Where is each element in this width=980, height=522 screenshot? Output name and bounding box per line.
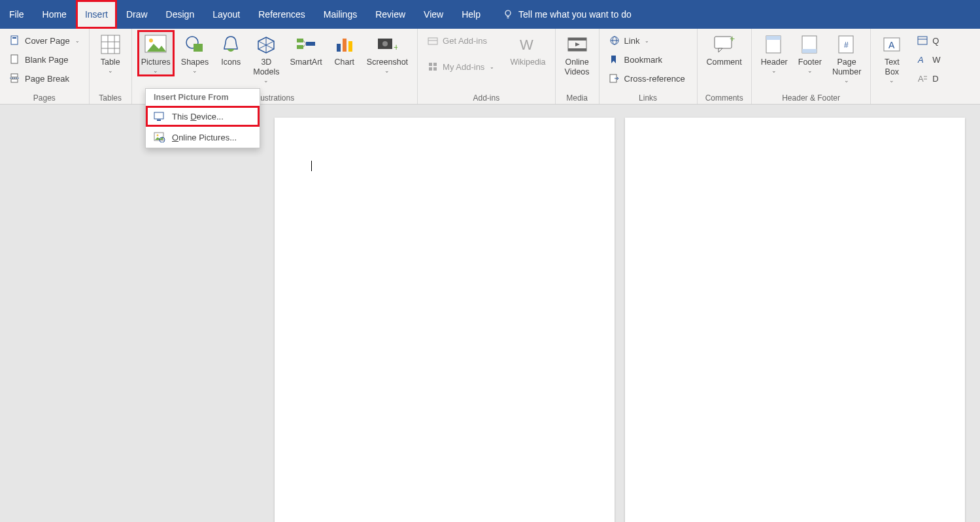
comment-label: Comment	[707, 57, 742, 67]
chevron-down-icon: ⌄	[889, 77, 894, 84]
comment-icon: +	[713, 33, 736, 56]
svg-rect-5	[11, 79, 18, 82]
quick-parts-button[interactable]: Q	[914, 33, 943, 48]
chart-label: Chart	[335, 57, 355, 67]
group-text-label	[877, 101, 943, 103]
table-label: Table	[101, 57, 120, 67]
icons-button[interactable]: Icons	[216, 31, 245, 69]
shapes-button[interactable]: Shapes⌄	[178, 31, 211, 75]
my-addins-button[interactable]: My Add-ins⌄	[424, 59, 497, 74]
online-pictures-icon	[154, 131, 165, 143]
online-videos-button[interactable]: Online Videos	[562, 31, 592, 78]
icons-icon	[219, 33, 243, 56]
tab-layout[interactable]: Layout	[203, 0, 249, 29]
table-icon	[99, 33, 122, 56]
cover-page-button[interactable]: Cover Page⌄	[7, 33, 82, 48]
svg-rect-66	[157, 120, 161, 121]
smartart-button[interactable]: SmartArt	[288, 31, 325, 69]
video-icon	[566, 33, 589, 56]
my-addins-label: My Add-ins	[443, 62, 484, 72]
smartart-label: SmartArt	[290, 57, 322, 67]
svg-rect-40	[568, 38, 586, 41]
svg-point-0	[505, 10, 511, 16]
page-number-button[interactable]: # Page Number⌄	[830, 31, 864, 85]
pictures-button[interactable]: Pictures⌄	[139, 31, 173, 75]
tell-me-label: Tell me what you want to do	[518, 9, 632, 20]
online-pictures-label: Online Pictures...	[172, 133, 237, 142]
blank-page-button[interactable]: Blank Page	[7, 52, 82, 67]
tab-review[interactable]: Review	[366, 0, 414, 29]
text-box-button[interactable]: A Text Box⌄	[877, 31, 906, 85]
this-device-item[interactable]: This Device...	[146, 106, 260, 127]
group-header-footer: Header⌄ Footer⌄ # Page Number⌄ Header & …	[752, 29, 871, 104]
tab-file[interactable]: File	[0, 0, 33, 29]
svg-rect-28	[348, 41, 352, 52]
online-pictures-item[interactable]: Online Pictures...	[146, 127, 260, 148]
page-break-button[interactable]: Page Break	[7, 71, 82, 86]
get-addins-button[interactable]: Get Add-ins	[424, 33, 497, 48]
table-button[interactable]: Table⌄	[96, 31, 125, 75]
group-text: A Text Box⌄ Q AW AD	[871, 29, 949, 104]
svg-marker-42	[575, 42, 580, 46]
cover-page-label: Cover Page	[25, 36, 70, 46]
icons-label: Icons	[221, 57, 241, 67]
device-icon	[154, 110, 165, 122]
bookmark-button[interactable]: Bookmark	[606, 52, 690, 67]
shapes-label: Shapes	[181, 57, 209, 67]
addins-icon	[427, 61, 439, 73]
drop-cap-button[interactable]: AD	[914, 71, 943, 86]
svg-text:+: +	[394, 42, 397, 52]
cross-reference-button[interactable]: Cross-reference	[606, 71, 690, 86]
group-addins: Get Add-ins My Add-ins⌄ W Wikipedia Add-…	[418, 29, 556, 104]
screenshot-button[interactable]: + Screenshot⌄	[364, 31, 411, 75]
group-comments: + Comment Comments	[698, 29, 752, 104]
comment-button[interactable]: + Comment	[704, 31, 745, 69]
svg-rect-37	[433, 67, 437, 71]
chevron-down-icon: ⌄	[384, 67, 390, 74]
document-page-1[interactable]	[275, 118, 615, 522]
page-break-label: Page Break	[25, 74, 69, 84]
svg-rect-2	[12, 37, 16, 39]
chevron-down-icon: ⌄	[490, 64, 494, 70]
quick-parts-icon	[917, 35, 928, 46]
chart-button[interactable]: Chart	[330, 31, 359, 69]
wordart-button[interactable]: AW	[914, 52, 943, 67]
chevron-down-icon: ⌄	[645, 38, 649, 44]
header-button[interactable]: Header⌄	[758, 31, 790, 75]
wordart-icon: A	[917, 54, 928, 65]
cross-reference-label: Cross-reference	[624, 74, 685, 84]
tab-draw[interactable]: Draw	[117, 0, 157, 29]
tab-home[interactable]: Home	[33, 0, 76, 29]
3d-models-button[interactable]: 3D Models⌄	[250, 31, 282, 85]
group-links-label: Links	[606, 92, 690, 103]
document-area[interactable]	[0, 105, 980, 522]
svg-rect-41	[568, 48, 586, 51]
svg-rect-54	[802, 49, 817, 53]
link-icon	[609, 35, 620, 46]
bookmark-icon	[609, 54, 620, 65]
tell-me-search[interactable]: Tell me what you want to do	[503, 9, 632, 20]
tab-help[interactable]: Help	[452, 0, 490, 29]
tab-insert[interactable]: Insert	[76, 0, 117, 29]
svg-marker-49	[718, 48, 722, 52]
document-page-2[interactable]	[625, 118, 965, 522]
wikipedia-button[interactable]: W Wikipedia	[507, 31, 548, 69]
chevron-down-icon: ⌄	[771, 67, 777, 74]
link-button[interactable]: Link⌄	[606, 33, 690, 48]
shapes-icon	[183, 33, 207, 56]
cover-page-icon	[9, 35, 21, 46]
get-addins-label: Get Add-ins	[443, 36, 487, 46]
tab-mailings[interactable]: Mailings	[314, 0, 366, 29]
svg-line-24	[303, 41, 306, 44]
screenshot-label: Screenshot	[367, 57, 408, 67]
tab-view[interactable]: View	[414, 0, 452, 29]
footer-button[interactable]: Footer⌄	[796, 31, 824, 75]
svg-rect-26	[337, 44, 341, 52]
group-pages-label: Pages	[7, 92, 82, 103]
svg-rect-22	[297, 45, 303, 49]
footer-icon	[798, 33, 822, 56]
tab-design[interactable]: Design	[157, 0, 204, 29]
text-box-label: Text Box	[885, 57, 900, 77]
svg-text:A: A	[917, 55, 924, 64]
tab-references[interactable]: References	[249, 0, 314, 29]
